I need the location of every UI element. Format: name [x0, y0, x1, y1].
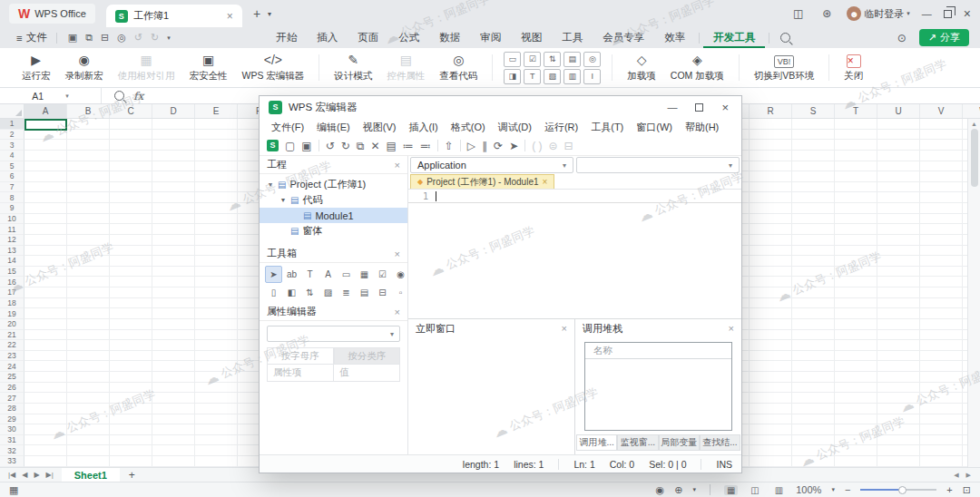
print-button[interactable]: ⊟	[101, 32, 109, 44]
ribbon-tab-审阅[interactable]: 审阅	[470, 27, 511, 48]
export-button[interactable]: ⧉	[85, 32, 93, 44]
code-tab-close-icon[interactable]: ×	[543, 177, 548, 187]
redo-icon[interactable]: ↻	[341, 141, 350, 151]
object-combo[interactable]: Application ▾	[410, 157, 573, 173]
column-header-A[interactable]: A	[24, 104, 67, 118]
properties-object-dropdown[interactable]: ▾	[267, 326, 400, 342]
editor-menu-插入(I)[interactable]: 插入(I)	[402, 121, 444, 134]
selection-mode-chevron-icon[interactable]: ▾	[692, 486, 696, 493]
record-new-macro-button[interactable]: ◉录制新宏	[58, 51, 111, 84]
redo-button[interactable]: ↻	[151, 32, 159, 44]
progress-tool-icon[interactable]: ≣	[338, 284, 355, 301]
use-relative-reference-button[interactable]: ▦使用相对引用	[111, 51, 182, 84]
wps-logo[interactable]: W WPS Office	[9, 4, 95, 24]
bottom-tab-查找结...[interactable]: 查找结...	[700, 434, 740, 451]
bottom-tab-局部变量[interactable]: 局部变量	[659, 434, 700, 451]
service-icon[interactable]: ⊛	[818, 7, 835, 20]
column-header-B[interactable]: B	[67, 104, 110, 118]
last-sheet-icon[interactable]: ▶|	[46, 471, 54, 479]
undo-icon[interactable]: ↺	[326, 141, 335, 151]
scrollbar-control-icon[interactable]: ◨	[504, 69, 521, 84]
row-header-31[interactable]: 31	[0, 435, 24, 446]
page-layout-view-button[interactable]: ◫	[748, 485, 761, 495]
edit-tool-icon[interactable]: A	[319, 266, 337, 283]
row-header-26[interactable]: 26	[0, 383, 24, 394]
next-sheet-icon[interactable]: ▶	[34, 471, 39, 479]
row-header-33[interactable]: 33	[0, 456, 24, 467]
row-header-27[interactable]: 27	[0, 393, 24, 404]
account-menu[interactable]: ☻ 临时登录 ▾	[847, 6, 910, 21]
tree-item-代码[interactable]: ▼▤代码	[260, 192, 407, 208]
callstack-panel-close-icon[interactable]: ×	[729, 323, 734, 334]
window-close-button[interactable]: ×	[964, 6, 971, 21]
row-header-17[interactable]: 17	[0, 287, 24, 298]
ribbon-tab-公式[interactable]: 公式	[388, 27, 429, 48]
column-header-S[interactable]: S	[792, 104, 835, 118]
column-header-V[interactable]: V	[920, 104, 963, 118]
row-header-16[interactable]: 16	[0, 277, 24, 287]
outline-icon[interactable]: ⊟	[564, 141, 573, 151]
name-box[interactable]: A1 ▾	[0, 88, 102, 103]
ribbon-tab-效率[interactable]: 效率	[654, 27, 695, 48]
zoom-slider[interactable]	[860, 489, 936, 491]
design-mode-button[interactable]: ✎设计模式	[327, 51, 379, 84]
tree-item-窗体[interactable]: ▤窗体	[260, 223, 407, 239]
macro-indicator-icon[interactable]: ▦	[9, 484, 18, 496]
toolbox-panel-close-icon[interactable]: ×	[395, 248, 400, 259]
paste-icon[interactable]: ▤	[386, 141, 396, 151]
pause-icon[interactable]: ∥	[482, 141, 487, 151]
properties-tab-按分类序[interactable]: 按分类序	[334, 347, 401, 365]
uncomment-block-icon[interactable]: ≕	[420, 141, 431, 151]
row-header-21[interactable]: 21	[0, 330, 24, 341]
tree-item-Module1[interactable]: ▤Module1	[260, 208, 407, 223]
tree-item-Project (工作簿1)[interactable]: ▼▤Project (工作簿1)	[260, 177, 407, 192]
checkbox-tool-icon[interactable]: ☑	[374, 266, 391, 283]
macro-security-button[interactable]: ▣宏安全性	[182, 51, 235, 84]
quickbar-chevron-icon[interactable]: ▾	[167, 34, 171, 42]
row-header-10[interactable]: 10	[0, 214, 24, 225]
close-devtools-button[interactable]: ×关闭	[837, 51, 870, 84]
row-header-9[interactable]: 9	[0, 203, 24, 214]
textbox-tool-icon[interactable]: ab	[283, 266, 300, 283]
row-header-32[interactable]: 32	[0, 445, 24, 456]
undo-button[interactable]: ↺	[134, 32, 142, 44]
add-sheet-button[interactable]: +	[120, 469, 144, 482]
view-object-icon[interactable]: ▢	[285, 141, 295, 151]
sheet-tab-sheet1[interactable]: Sheet1	[62, 468, 120, 482]
zoom-out-button[interactable]: −	[845, 484, 850, 495]
normal-view-button[interactable]: ▦	[724, 485, 738, 495]
row-header-25[interactable]: 25	[0, 372, 24, 383]
ribbon-tab-插入[interactable]: 插入	[307, 27, 348, 48]
editor-menu-视图(V)[interactable]: 视图(V)	[357, 121, 403, 134]
control-properties-button[interactable]: ▤控件属性	[379, 51, 432, 84]
checkbox-control-icon[interactable]: ☑	[524, 52, 541, 67]
first-sheet-icon[interactable]: |◀	[8, 471, 15, 479]
new-tab-button[interactable]: +	[250, 6, 264, 21]
image-control-icon[interactable]: ▧	[544, 69, 561, 84]
save-button[interactable]: ▣	[68, 32, 77, 44]
name-box-chevron-icon[interactable]: ▾	[65, 93, 69, 100]
properties-panel-close-icon[interactable]: ×	[395, 307, 400, 317]
code-editor[interactable]: 1	[408, 190, 741, 318]
com-add-ins-button[interactable]: ◈COM 加载项	[663, 51, 731, 84]
button-control-icon[interactable]: ▭	[504, 52, 521, 67]
zoom-level[interactable]: 100%	[796, 484, 821, 495]
tab-list-chevron-icon[interactable]: ▾	[264, 10, 275, 18]
row-header-6[interactable]: 6	[0, 171, 24, 182]
hscroll-left-icon[interactable]: ◀	[954, 472, 958, 479]
window-minimize-button[interactable]: —	[922, 8, 932, 19]
properties-tab-按字母序[interactable]: 按字母序	[267, 347, 334, 365]
ribbon-tab-开始[interactable]: 开始	[266, 27, 307, 48]
editor-menu-帮助(H)[interactable]: 帮助(H)	[679, 121, 725, 134]
selection-mode-icon[interactable]: ⊕	[674, 484, 682, 496]
row-header-7[interactable]: 7	[0, 182, 24, 193]
listbox-control-icon[interactable]: ▥	[564, 69, 581, 84]
row-header-5[interactable]: 5	[0, 161, 24, 172]
eye-icon[interactable]: ◉	[656, 484, 665, 496]
fullscreen-icon[interactable]: ⊡	[963, 484, 971, 496]
save-icon[interactable]: ▣	[301, 141, 311, 151]
row-header-8[interactable]: 8	[0, 192, 24, 203]
row-header-1[interactable]: 1	[0, 119, 24, 130]
export-icon[interactable]: ⇧	[445, 141, 454, 151]
split-view-icon[interactable]: ◫	[789, 7, 807, 20]
